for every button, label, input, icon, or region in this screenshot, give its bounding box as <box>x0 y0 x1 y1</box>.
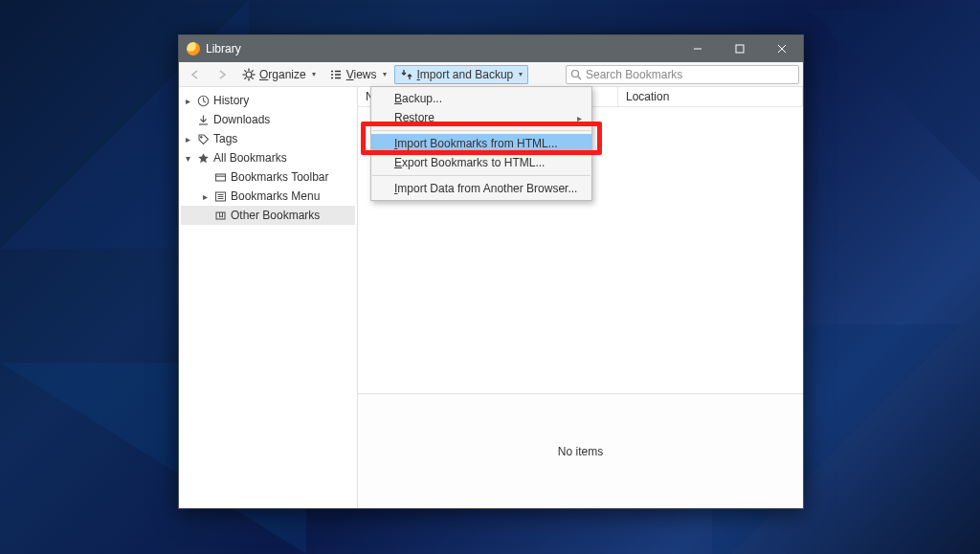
menu-label: Import Bookmarks from HTML... <box>394 137 558 150</box>
back-button[interactable] <box>183 66 208 83</box>
svg-line-11 <box>252 70 254 72</box>
svg-line-9 <box>244 70 246 72</box>
tree-item-history[interactable]: ▸ History <box>181 91 355 110</box>
menu-item-export-html[interactable]: Export Bookmarks to HTML... <box>371 153 591 172</box>
collapse-icon[interactable]: ▾ <box>183 153 192 164</box>
search-icon <box>570 69 582 80</box>
tree-label: Other Bookmarks <box>231 209 320 222</box>
list-icon <box>213 189 227 203</box>
content-pane: N Location No items Backup... Restore ▸ … <box>358 87 803 508</box>
import-backup-menu: Backup... Restore ▸ Import Bookmarks fro… <box>370 86 592 201</box>
tree-item-bookmarks-toolbar[interactable]: ▸ Bookmarks Toolbar <box>181 167 355 187</box>
tree-item-tags[interactable]: ▸ Tags <box>181 129 355 148</box>
empty-label: No items <box>558 445 603 458</box>
menu-separator <box>372 175 590 176</box>
tree-label: Bookmarks Toolbar <box>231 170 329 184</box>
organize-label: Organize <box>259 68 306 81</box>
svg-rect-1 <box>736 45 744 53</box>
search-input[interactable] <box>586 68 794 81</box>
minimize-button[interactable] <box>677 35 719 62</box>
bookmark-icon <box>213 209 227 222</box>
caret-down-icon: ▾ <box>519 68 523 81</box>
detail-pane: No items <box>358 393 803 508</box>
titlebar: Library <box>179 35 803 62</box>
import-backup-button[interactable]: Import and Backup ▾ <box>394 65 529 84</box>
close-icon <box>777 44 787 54</box>
views-button[interactable]: Views ▾ <box>323 65 392 84</box>
list-icon <box>329 69 343 80</box>
menu-item-import-browser[interactable]: Import Data from Another Browser... <box>371 179 591 198</box>
toolbar: Organize ▾ Views ▾ Import and Backup ▾ <box>179 62 803 87</box>
menu-item-restore[interactable]: Restore ▸ <box>371 108 591 127</box>
import-backup-label: Import and Backup <box>417 68 514 81</box>
window-title: Library <box>206 42 241 55</box>
expand-icon[interactable]: ▸ <box>200 191 210 202</box>
menu-item-backup[interactable]: Backup... <box>371 89 591 108</box>
maximize-button[interactable] <box>719 35 761 62</box>
minimize-icon <box>693 44 702 54</box>
tree-item-all-bookmarks[interactable]: ▾ All Bookmarks <box>181 148 355 167</box>
toolbar-icon <box>213 170 227 184</box>
menu-label: Backup... <box>394 92 442 105</box>
menu-item-import-html[interactable]: Import Bookmarks from HTML... <box>371 134 591 153</box>
close-button[interactable] <box>761 35 803 62</box>
gear-icon <box>242 68 256 81</box>
svg-line-10 <box>252 77 254 78</box>
tree-item-bookmarks-menu[interactable]: ▸ Bookmarks Menu <box>181 187 355 206</box>
tree-item-other-bookmarks[interactable]: ▸ Other Bookmarks <box>181 206 355 225</box>
svg-point-19 <box>572 70 579 77</box>
tree-label: All Bookmarks <box>213 151 287 165</box>
svg-line-23 <box>203 100 206 102</box>
organize-button[interactable]: Organize ▾ <box>236 65 322 84</box>
caret-down-icon: ▾ <box>312 68 316 81</box>
svg-line-12 <box>244 77 246 78</box>
expand-icon[interactable]: ▸ <box>183 134 192 144</box>
menu-label: Restore <box>394 111 434 124</box>
maximize-icon <box>735 44 745 54</box>
tree-label: Downloads <box>213 113 270 126</box>
caret-down-icon: ▾ <box>383 68 387 81</box>
views-label: Views <box>346 68 377 81</box>
tree-item-downloads[interactable]: ▸ Downloads <box>181 110 355 129</box>
forward-button[interactable] <box>210 66 234 83</box>
sidebar-tree: ▸ History ▸ Downloads ▸ Tags ▾ All Bookm… <box>179 87 358 508</box>
star-icon <box>196 151 210 165</box>
tree-label: Bookmarks Menu <box>231 189 320 203</box>
tree-label: History <box>213 94 249 107</box>
svg-point-26 <box>200 136 202 138</box>
svg-point-4 <box>246 72 252 78</box>
firefox-icon <box>187 42 200 55</box>
library-window: Library Organize ▾ Views ▾ <box>178 34 804 509</box>
import-export-icon <box>400 68 413 81</box>
download-icon <box>196 113 210 126</box>
menu-separator <box>372 130 590 131</box>
tag-icon <box>196 132 210 145</box>
menu-label: Export Bookmarks to HTML... <box>394 156 545 169</box>
svg-rect-27 <box>215 174 225 181</box>
clock-icon <box>196 94 210 107</box>
arrow-left-icon <box>189 69 202 80</box>
expand-icon[interactable]: ▸ <box>183 96 192 106</box>
svg-line-20 <box>578 77 581 79</box>
menu-label: Import Data from Another Browser... <box>394 182 577 195</box>
tree-label: Tags <box>213 132 237 145</box>
submenu-arrow-icon: ▸ <box>577 113 582 123</box>
main-pane: ▸ History ▸ Downloads ▸ Tags ▾ All Bookm… <box>179 87 803 508</box>
column-location[interactable]: Location <box>618 87 803 106</box>
arrow-right-icon <box>215 69 229 80</box>
svg-rect-33 <box>216 212 225 219</box>
search-box[interactable] <box>566 65 799 84</box>
